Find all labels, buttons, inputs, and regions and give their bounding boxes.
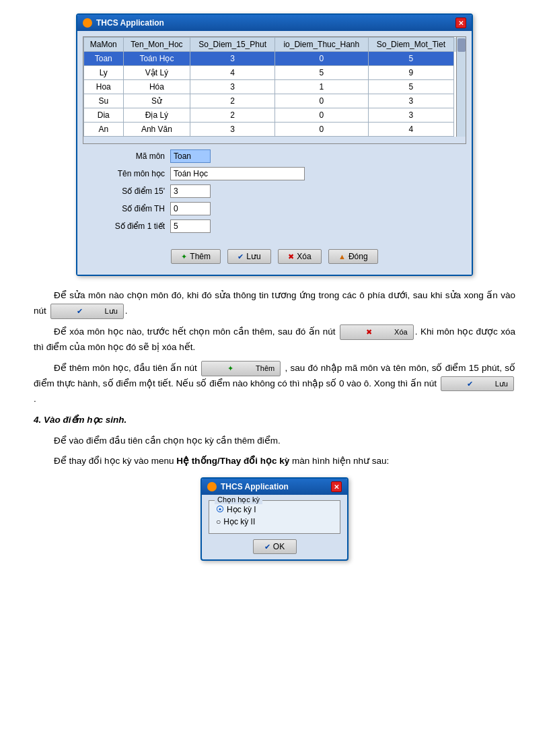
inline-luu-label-2: Lưu: [475, 378, 508, 390]
inline-luu-btn-2: ✔ Lưu: [441, 376, 514, 392]
p4-text: Để vào điểm đầu tiên cần chọn học kỳ cần…: [54, 436, 281, 446]
small-window-title-text: THCS Application: [221, 482, 289, 491]
small-window-app-icon: [207, 482, 217, 491]
ok-btn-row: ✔ OK: [209, 539, 340, 554]
cell-dth: 0: [274, 94, 368, 108]
cell-d15: 2: [190, 94, 275, 108]
table-row[interactable]: Su Sử 2 0 3: [84, 94, 466, 108]
inline-xoa-label: Xóa: [374, 326, 408, 339]
them-label: Thêm: [190, 252, 211, 261]
ok-icon: ✔: [264, 543, 270, 551]
window-close-button[interactable]: ✕: [455, 18, 466, 28]
cell-mamon: Toan: [84, 52, 124, 66]
scroll-thumb[interactable]: [458, 38, 466, 52]
label-ten-mon-hoc: Tên môn học: [96, 169, 170, 178]
col-so-diem-15: So_Diem_15_Phut: [190, 38, 275, 52]
radio-hoc-ky-2[interactable]: ○ Học kỳ II: [216, 517, 333, 526]
cell-dth: 1: [274, 80, 368, 94]
p5-end-text: màn hình hiện như sau:: [289, 456, 389, 466]
col-ten-mon-hoc: Ten_Mon_Hoc: [123, 38, 190, 52]
cell-mamon: Ly: [84, 66, 124, 80]
table-row[interactable]: An Anh Văn 3 0 4: [84, 123, 466, 137]
input-ten-mon-hoc[interactable]: [170, 167, 305, 180]
cell-dth: 0: [274, 108, 368, 123]
label-mamon: Mã môn: [96, 151, 170, 161]
xoa-label: Xóa: [297, 252, 311, 261]
cell-mamon: An: [84, 123, 124, 137]
cell-d15: 2: [190, 108, 275, 123]
cell-ten: Anh Văn: [123, 123, 190, 137]
subjects-table-wrapper: MaMon Ten_Mon_Hoc So_Diem_15_Phut io_Die…: [83, 36, 466, 144]
table-row[interactable]: Hoa Hóa 3 1 5: [84, 80, 466, 94]
label-diem1tiet: Số điểm 1 tiết: [96, 221, 170, 231]
dong-icon: ▲: [338, 252, 346, 261]
form-row-ten-mon-hoc: Tên môn học: [96, 167, 453, 180]
label-diem15: Số điểm 15': [96, 186, 170, 196]
table-row[interactable]: Toan Toán Học 3 0 5: [84, 52, 466, 66]
them-icon: ✦: [181, 252, 187, 261]
radio-1-icon: ⦿: [216, 505, 224, 514]
paragraph-2: Để xóa môn học nào, trước hết chọn môn c…: [34, 324, 515, 355]
cell-dth: 0: [274, 52, 368, 66]
cell-d1t: 5: [368, 80, 453, 94]
label-diemth: Số điểm TH: [96, 204, 170, 213]
dong-label: Đóng: [349, 252, 368, 261]
cell-d15: 4: [190, 66, 275, 80]
p5-bold-text: Hệ thống/Thay đổi học kỳ: [176, 456, 289, 466]
chon-hoc-ky-window: THCS Application ✕ Chọn học kỳ ⦿ Học kỳ …: [200, 477, 349, 561]
cell-ten: Địa Lý: [123, 108, 190, 123]
ok-label: OK: [273, 542, 285, 551]
input-mamon[interactable]: [170, 149, 211, 163]
main-application-window: THCS Application ✕ MaMon Ten_Mon_Hoc So_…: [76, 13, 473, 276]
cell-mamon: Dia: [84, 108, 124, 123]
p2-text: Để xóa môn học nào, trước hết chọn môn c…: [54, 327, 336, 337]
radio-1-label: Học kỳ I: [227, 505, 256, 514]
radio-hoc-ky-1[interactable]: ⦿ Học kỳ I: [216, 505, 333, 514]
input-diemth[interactable]: [170, 202, 211, 215]
p3-end-text: .: [34, 394, 36, 404]
inline-them-label: Thêm: [235, 362, 274, 375]
cell-d15: 3: [190, 52, 275, 66]
input-diem1tiet[interactable]: [170, 219, 211, 233]
subjects-table: MaMon Ten_Mon_Hoc So_Diem_15_Phut io_Die…: [83, 37, 466, 137]
cell-mamon: Hoa: [84, 80, 124, 94]
cell-d1t: 3: [368, 94, 453, 108]
them-button[interactable]: ✦ Thêm: [171, 249, 221, 264]
section-4-heading: 4. Vào điểm học sinh.: [34, 413, 515, 428]
inline-luu-icon-1: ✔: [57, 305, 83, 318]
table-row[interactable]: Ly Vật Lý 4 5 9: [84, 66, 466, 80]
cell-dth: 0: [274, 123, 368, 137]
radio-2-label: Học kỳ II: [223, 517, 255, 526]
cell-ten: Hóa: [123, 80, 190, 94]
form-row-mamon: Mã môn: [96, 149, 453, 163]
dong-button[interactable]: ▲ Đóng: [328, 249, 378, 264]
form-row-diemth: Số điểm TH: [96, 202, 453, 215]
form-area: Mã môn Tên môn học Số điểm 15' Số điểm T…: [83, 144, 466, 242]
window-body: MaMon Ten_Mon_Hoc So_Diem_15_Phut io_Die…: [77, 31, 472, 275]
inline-luu-icon-2: ✔: [447, 378, 473, 390]
cell-mamon: Su: [84, 94, 124, 108]
window-title-bar: THCS Application ✕: [77, 15, 472, 31]
paragraph-4: Để vào điểm đầu tiên cần chọn học kỳ cần…: [34, 434, 515, 449]
table-row[interactable]: Dia Địa Lý 2 0 3: [84, 108, 466, 123]
group-box-title: Chọn học kỳ: [215, 495, 262, 504]
luu-icon: ✔: [237, 252, 244, 261]
input-diem15[interactable]: [170, 184, 211, 198]
luu-button[interactable]: ✔ Lưu: [227, 249, 271, 264]
ok-button[interactable]: ✔ OK: [253, 539, 297, 554]
small-window-close-button[interactable]: ✕: [331, 481, 342, 492]
xoa-button[interactable]: ✖ Xóa: [278, 249, 322, 264]
window-title-left: THCS Application: [83, 18, 164, 28]
paragraph-3: Để thêm môn học, đầu tiên ấn nút ✦ Thêm …: [34, 361, 515, 407]
small-window-body: Chọn học kỳ ⦿ Học kỳ I ○ Học kỳ II ✔ OK: [202, 495, 347, 559]
action-buttons-row: ✦ Thêm ✔ Lưu ✖ Xóa ▲ Đóng: [83, 242, 466, 269]
window-app-icon: [83, 18, 92, 28]
col-so-diem-1t: So_Diem_Mot_Tiet: [368, 38, 453, 52]
inline-luu-btn-1: ✔ Lưu: [50, 304, 124, 319]
vertical-scrollbar[interactable]: [456, 37, 466, 137]
cell-ten: Vật Lý: [123, 66, 190, 80]
luu-label: Lưu: [246, 252, 260, 261]
radio-2-icon: ○: [216, 517, 221, 526]
cell-dth: 5: [274, 66, 368, 80]
inline-xoa-btn: ✖ Xóa: [340, 324, 414, 340]
